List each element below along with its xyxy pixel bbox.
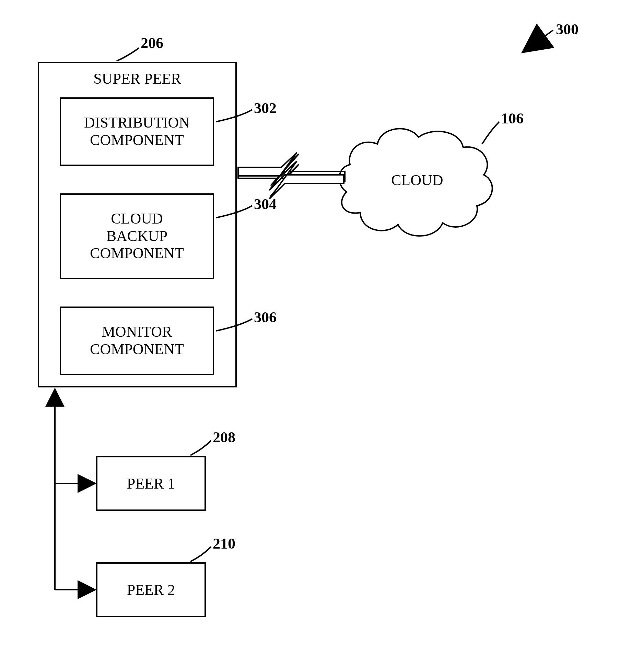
cloud-connector [238, 154, 345, 195]
ref-peer-2: 210 [213, 535, 235, 552]
cloud-backup-component-box: CLOUD BACKUP COMPONENT [60, 193, 214, 279]
distribution-component-label: DISTRIBUTION COMPONENT [84, 114, 190, 149]
peer-2-label: PEER 2 [127, 581, 175, 599]
ref-figure: 300 [556, 21, 579, 38]
cloud-label: CLOUD [391, 171, 443, 189]
monitor-component-box: MONITOR COMPONENT [60, 307, 214, 375]
peer-connector [55, 389, 95, 590]
cloud-zigzag [238, 153, 344, 199]
peer-2-box: PEER 2 [96, 562, 206, 617]
monitor-component-label: MONITOR COMPONENT [90, 323, 184, 358]
ref-distribution: 302 [254, 99, 277, 117]
ref-peer-1: 208 [213, 429, 235, 446]
cloud-backup-component-label: CLOUD BACKUP COMPONENT [90, 210, 184, 262]
super-peer-title: SUPER PEER [39, 70, 235, 87]
super-peer-box: SUPER PEER DISTRIBUTION COMPONENT CLOUD … [38, 62, 237, 387]
distribution-component-box: DISTRIBUTION COMPONENT [60, 97, 214, 166]
ref-monitor: 306 [254, 309, 277, 326]
ref-super-peer: 206 [141, 34, 163, 52]
diagram-canvas: SUPER PEER DISTRIBUTION COMPONENT CLOUD … [0, 0, 619, 672]
ref-cloud-backup: 304 [254, 195, 277, 213]
svg-line-4 [528, 30, 553, 48]
ref-cloud: 106 [501, 110, 524, 127]
peer-1-box: PEER 1 [96, 456, 206, 511]
peer-1-label: PEER 1 [127, 475, 175, 492]
